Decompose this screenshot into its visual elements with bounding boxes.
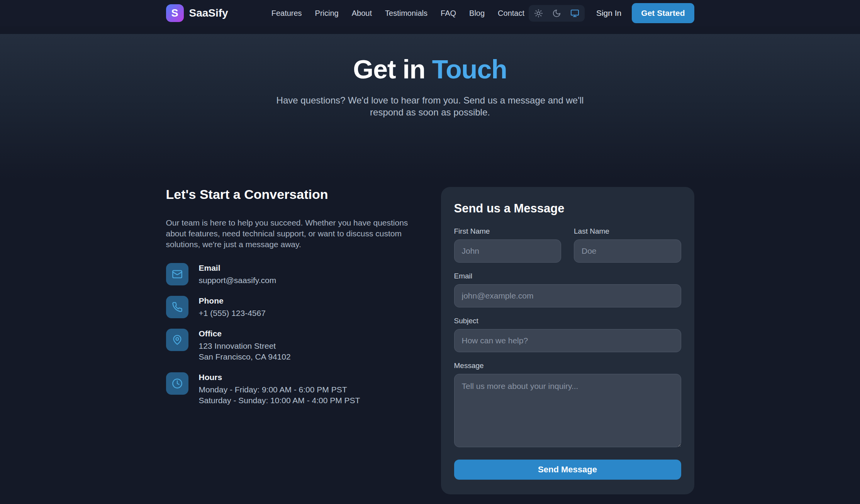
sign-in-link[interactable]: Sign In bbox=[596, 8, 621, 18]
contact-detail: Saturday - Sunday: 10:00 AM - 4:00 PM PS… bbox=[199, 395, 360, 406]
map-pin-icon bbox=[166, 329, 188, 351]
form-heading: Send us a Message bbox=[454, 202, 681, 216]
contact-detail: Monday - Friday: 9:00 AM - 6:00 PM PST bbox=[199, 384, 360, 395]
contact-detail: +1 (555) 123-4567 bbox=[199, 308, 266, 319]
last-name-label: Last Name bbox=[574, 227, 681, 236]
contact-title: Office bbox=[199, 329, 291, 338]
nav-link-faq[interactable]: FAQ bbox=[441, 9, 456, 18]
nav-link-pricing[interactable]: Pricing bbox=[315, 9, 339, 18]
nav-link-contact[interactable]: Contact bbox=[498, 9, 524, 18]
main-content: Let's Start a Conversation Our team is h… bbox=[166, 179, 694, 494]
phone-icon bbox=[166, 296, 188, 318]
hero-section: Get in Touch Have questions? We'd love t… bbox=[0, 34, 860, 179]
email-label: Email bbox=[454, 272, 681, 280]
contact-item-office: Office 123 Innovation Street San Francis… bbox=[166, 329, 416, 362]
send-message-button[interactable]: Send Message bbox=[454, 460, 681, 480]
page-title-prefix: Get in bbox=[353, 54, 432, 84]
clock-icon bbox=[166, 372, 188, 395]
hero-subtitle: Have questions? We'd love to hear from y… bbox=[276, 94, 585, 118]
message-form-card: Send us a Message First Name Last Name E… bbox=[441, 187, 694, 494]
first-name-label: First Name bbox=[454, 227, 561, 236]
contact-detail: 123 Innovation Street bbox=[199, 341, 291, 351]
page-title-accent: Touch bbox=[432, 54, 507, 84]
theme-toggle bbox=[529, 5, 585, 22]
nav-link-features[interactable]: Features bbox=[271, 9, 302, 18]
logo-icon: S bbox=[166, 4, 184, 22]
nav-links: Features Pricing About Testimonials FAQ … bbox=[271, 9, 524, 18]
contact-info-section: Let's Start a Conversation Our team is h… bbox=[166, 187, 416, 494]
email-input[interactable] bbox=[454, 284, 681, 307]
sun-icon[interactable] bbox=[534, 9, 543, 18]
message-label: Message bbox=[454, 361, 681, 370]
first-name-input[interactable] bbox=[454, 239, 561, 263]
top-nav: S SaaSify Features Pricing About Testimo… bbox=[0, 0, 860, 26]
brand-logo[interactable]: S SaaSify bbox=[166, 4, 228, 22]
nav-link-blog[interactable]: Blog bbox=[469, 9, 485, 18]
contact-title: Hours bbox=[199, 373, 360, 382]
contact-item-phone: Phone +1 (555) 123-4567 bbox=[166, 296, 416, 319]
brand-name: SaaSify bbox=[189, 7, 228, 19]
get-started-button[interactable]: Get Started bbox=[632, 3, 694, 23]
contact-detail: San Francisco, CA 94102 bbox=[199, 351, 291, 362]
last-name-input[interactable] bbox=[574, 239, 681, 263]
message-textarea[interactable] bbox=[454, 374, 681, 447]
nav-link-about[interactable]: About bbox=[352, 9, 372, 18]
moon-icon[interactable] bbox=[552, 9, 561, 18]
contact-item-email: Email support@saasify.com bbox=[166, 263, 416, 286]
contact-item-hours: Hours Monday - Friday: 9:00 AM - 6:00 PM… bbox=[166, 372, 416, 406]
contact-title: Email bbox=[199, 263, 276, 273]
page-title: Get in Touch bbox=[0, 54, 860, 84]
subject-label: Subject bbox=[454, 317, 681, 325]
conversation-body: Our team is here to help you succeed. Wh… bbox=[166, 217, 417, 250]
mail-icon bbox=[166, 263, 188, 285]
conversation-heading: Let's Start a Conversation bbox=[166, 187, 416, 202]
nav-link-testimonials[interactable]: Testimonials bbox=[385, 9, 427, 18]
logo-letter: S bbox=[171, 7, 178, 19]
contact-title: Phone bbox=[199, 296, 266, 305]
monitor-icon[interactable] bbox=[570, 9, 579, 18]
subject-input[interactable] bbox=[454, 329, 681, 352]
contact-detail: support@saasify.com bbox=[199, 275, 276, 286]
